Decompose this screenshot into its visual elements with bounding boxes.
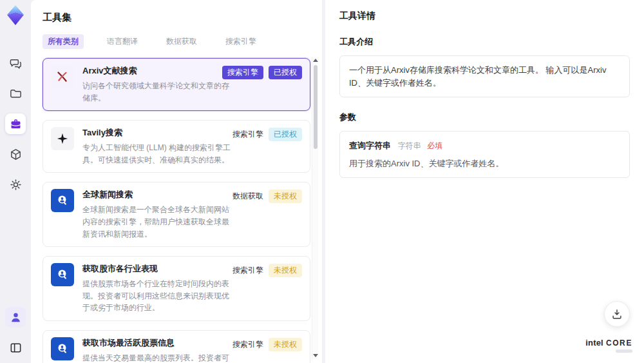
tool-card-tavily[interactable]: Tavily搜索 专为人工智能代理 (LLM) 构建的搜索引擎工具。可快速提供实…	[43, 120, 310, 173]
category-label: 搜索引擎	[232, 339, 263, 350]
status-badge: 未授权	[269, 190, 302, 203]
download-button[interactable]	[604, 301, 630, 327]
download-icon	[611, 308, 623, 320]
scroll-up-arrow-icon[interactable]	[313, 59, 318, 62]
sidebar-item-toolbox[interactable]	[5, 113, 26, 134]
folder-icon	[9, 87, 23, 101]
tab-language-translation[interactable]: 语言翻译	[102, 34, 143, 49]
status-badge: 未授权	[269, 338, 302, 351]
list-scrollbar[interactable]	[312, 57, 318, 359]
app-logo	[4, 4, 27, 27]
params-heading: 参数	[339, 112, 630, 123]
status-badge: 未授权	[269, 264, 302, 277]
tool-card-sector-performance[interactable]: 获取股市各行业表现 提供股票市场各个行业在特定时间段内的表现。投资者可以利用这些…	[43, 256, 310, 321]
param-card: 查询字符串 字符串 必填 用于搜索的Arxiv ID、关键字或作者姓名。	[339, 131, 630, 178]
arxiv-icon	[51, 65, 74, 88]
cube-icon	[9, 148, 23, 161]
category-label: 搜索引擎	[232, 265, 263, 276]
tab-all-categories[interactable]: 所有类别	[43, 34, 84, 49]
gear-icon	[9, 178, 23, 191]
sidebar-item-collapse[interactable]	[5, 337, 26, 358]
param-name: 查询字符串	[349, 141, 391, 150]
tool-name: 获取市场最活跃股票信息	[82, 337, 234, 349]
intel-core-subtext	[616, 349, 632, 353]
tool-name: Tavily搜索	[82, 127, 234, 139]
scrollbar-thumb[interactable]	[314, 65, 317, 149]
tool-card-arxiv[interactable]: Arxiv文献搜索 访问各个研究领域大量科学论文和文章的存储库。 搜索引擎 已授…	[43, 58, 310, 111]
search-person-icon	[51, 263, 74, 286]
category-badge: 搜索引擎	[222, 66, 263, 79]
tool-card-global-news[interactable]: 全球新闻搜索 全球新闻搜索是一个聚合全球各大新闻网站内容的搜索引擎，帮助用户快速…	[43, 182, 310, 247]
toolbox-icon	[9, 117, 23, 131]
intro-heading: 工具介绍	[339, 36, 630, 48]
search-person-icon	[51, 337, 74, 360]
tool-name: 全球新闻搜索	[82, 189, 234, 201]
sidebar-item-chat[interactable]	[5, 53, 26, 74]
tool-name: Arxiv文献搜索	[82, 65, 234, 77]
param-required-flag: 必填	[427, 141, 442, 150]
category-tabs: 所有类别 语言翻译 数据获取 搜索引擎	[43, 34, 322, 49]
details-title: 工具详情	[339, 10, 630, 22]
tools-panel: 工具集 所有类别 语言翻译 数据获取 搜索引擎 Arxiv文献搜索 访问各个研究…	[31, 0, 322, 363]
scrollbar-track[interactable]	[312, 64, 318, 352]
sidebar-item-settings[interactable]	[5, 174, 26, 195]
scroll-down-arrow-icon[interactable]	[313, 354, 318, 357]
tool-description: 提供股票市场各个行业在特定时间段内的表现。投资者可以利用这些信息来识别表现优于或…	[82, 278, 234, 314]
chat-icon	[9, 57, 23, 70]
status-badge: 已授权	[269, 128, 302, 141]
page-title: 工具集	[43, 12, 322, 24]
search-person-icon	[51, 189, 74, 212]
param-type: 字符串	[398, 141, 421, 150]
tool-details-panel: 工具详情 工具介绍 一个用于从Arxiv存储库搜索科学论文和文章的工具。 输入可…	[325, 0, 644, 363]
core-wordmark: CORE	[606, 338, 632, 348]
tool-description: 提供当天交易量最高的股票列表。投资者可以利用这些信息来识别流动性强的股票和潜在的…	[82, 352, 234, 363]
tool-description: 访问各个研究领域大量科学论文和文章的存储库。	[82, 80, 234, 104]
param-description: 用于搜索的Arxiv ID、关键字或作者姓名。	[349, 157, 620, 170]
sidebar	[0, 0, 31, 363]
sidebar-item-user[interactable]	[5, 307, 26, 328]
intro-text: 一个用于从Arxiv存储库搜索科学论文和文章的工具。 输入可以是Arxiv ID…	[339, 55, 630, 97]
tool-description: 专为人工智能代理 (LLM) 构建的搜索引擎工具。可快速提供实时、准确和真实的结…	[82, 142, 234, 166]
panel-divider	[322, 0, 325, 363]
tool-name: 获取股市各行业表现	[82, 263, 234, 275]
tool-description: 全球新闻搜索是一个聚合全球各大新闻网站内容的搜索引擎，帮助用户快速获取全球最新资…	[82, 204, 234, 240]
sparkle-icon	[51, 127, 74, 150]
sidebar-item-packages[interactable]	[5, 144, 26, 164]
category-label: 搜索引擎	[232, 129, 263, 140]
user-icon	[9, 311, 23, 324]
panels-icon	[9, 341, 23, 355]
tool-card-most-active-stocks[interactable]: 获取市场最活跃股票信息 提供当天交易量最高的股票列表。投资者可以利用这些信息来识…	[43, 330, 310, 363]
sidebar-item-files[interactable]	[5, 83, 26, 104]
tool-list: Arxiv文献搜索 访问各个研究领域大量科学论文和文章的存储库。 搜索引擎 已授…	[43, 58, 310, 363]
status-badge: 已授权	[269, 66, 302, 79]
intel-core-logo: intelCORE	[585, 338, 632, 353]
intel-wordmark: intel	[585, 338, 603, 348]
tab-data-fetch[interactable]: 数据获取	[161, 34, 202, 49]
tab-search-engine[interactable]: 搜索引擎	[220, 34, 261, 49]
category-label: 数据获取	[232, 191, 263, 202]
